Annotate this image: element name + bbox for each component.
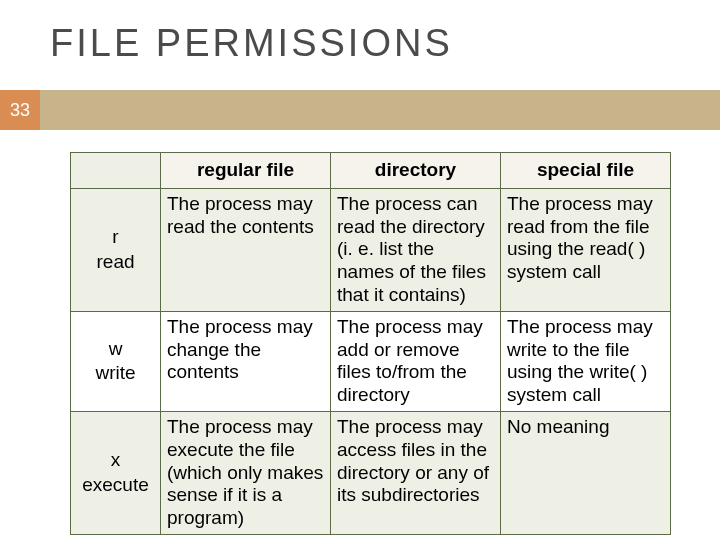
- table-row: w write The process may change the conte…: [71, 311, 671, 411]
- cell-execute-directory: The process may access files in the dire…: [331, 411, 501, 534]
- row-key-symbol: r: [112, 226, 118, 247]
- cell-write-regular: The process may change the contents: [161, 311, 331, 411]
- row-key-symbol: x: [111, 449, 121, 470]
- cell-read-directory: The process can read the directory (i. e…: [331, 188, 501, 311]
- cell-execute-special: No meaning: [501, 411, 671, 534]
- page-title: FILE PERMISSIONS: [50, 22, 453, 65]
- page-number-badge: 33: [0, 90, 40, 130]
- header-band: [0, 90, 720, 130]
- cell-write-directory: The process may add or remove files to/f…: [331, 311, 501, 411]
- header-corner: [71, 153, 161, 189]
- cell-write-special: The process may write to the file using …: [501, 311, 671, 411]
- cell-read-special: The process may read from the file using…: [501, 188, 671, 311]
- row-key-write: w write: [71, 311, 161, 411]
- header-special-file: special file: [501, 153, 671, 189]
- cell-read-regular: The process may read the contents: [161, 188, 331, 311]
- row-key-label: read: [96, 251, 134, 272]
- header-regular-file: regular file: [161, 153, 331, 189]
- permissions-table-wrap: regular file directory special file r re…: [70, 152, 670, 535]
- cell-execute-regular: The process may execute the file (which …: [161, 411, 331, 534]
- row-key-execute: x execute: [71, 411, 161, 534]
- row-key-label: write: [95, 362, 135, 383]
- row-key-label: execute: [82, 474, 149, 495]
- row-key-read: r read: [71, 188, 161, 311]
- header-directory: directory: [331, 153, 501, 189]
- table-row: r read The process may read the contents…: [71, 188, 671, 311]
- table-row: x execute The process may execute the fi…: [71, 411, 671, 534]
- slide: FILE PERMISSIONS 33 regular file directo…: [0, 0, 720, 540]
- row-key-symbol: w: [109, 338, 123, 359]
- permissions-table: regular file directory special file r re…: [70, 152, 671, 535]
